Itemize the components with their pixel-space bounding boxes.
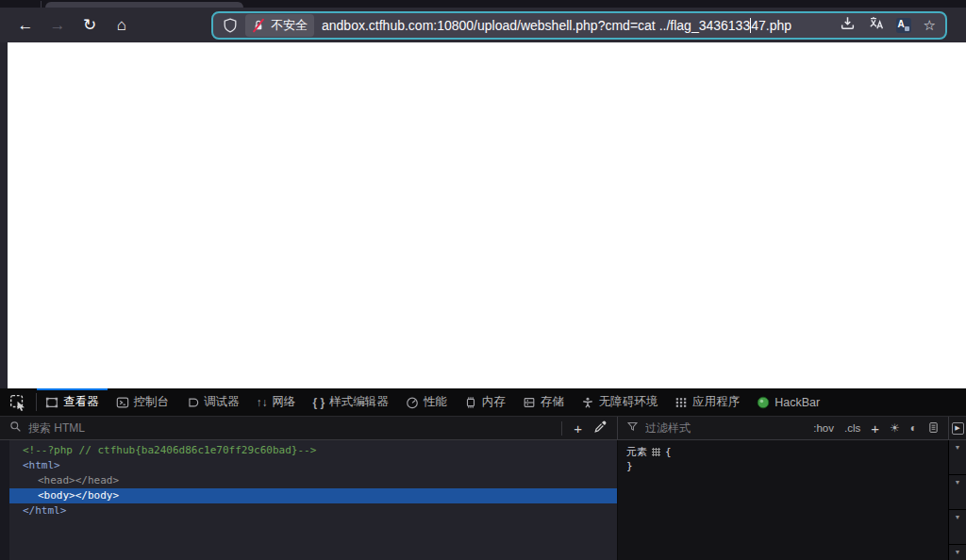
inspector-search-row: + bbox=[0, 417, 618, 439]
browser-window: ← → ↻ ⌂ 不安全 andbox.ctfhub.com:10800/uplo… bbox=[0, 0, 966, 560]
markup-line-selected[interactable]: <body></body> bbox=[9, 488, 617, 503]
devtools-tab-label: 查看器 bbox=[63, 394, 99, 410]
performance-icon bbox=[406, 396, 419, 409]
url-bar[interactable]: 不安全 andbox.ctfhub.com:10800/upload/websh… bbox=[211, 11, 947, 40]
style-editor-icon: { } bbox=[313, 396, 325, 409]
devtools-tab-network[interactable]: ↑↓网络 bbox=[248, 388, 305, 416]
rules-filter-row: :hov .cls + ☀ ◐ bbox=[618, 417, 948, 439]
devtools-tab-hackbar[interactable]: HackBar bbox=[748, 388, 828, 416]
pseudo-class-toggle[interactable]: :hov bbox=[813, 422, 834, 434]
markup-node-text: <!--?php // ctfhub{ba2406d86c1e70ff29c60… bbox=[23, 444, 316, 456]
devtools-tab-debugger[interactable]: 调试器 bbox=[177, 388, 248, 416]
rules-actions: :hov .cls + ☀ ◐ bbox=[813, 421, 940, 436]
print-simulation-icon[interactable] bbox=[927, 421, 940, 436]
network-icon: ↑↓ bbox=[257, 396, 268, 409]
reload-icon: ↻ bbox=[83, 15, 96, 35]
home-button[interactable]: ⌂ bbox=[106, 12, 138, 39]
expand-sidebar-button[interactable]: ▶ bbox=[952, 422, 964, 435]
urlbar-action-icons: A ☆ bbox=[840, 15, 936, 35]
devtools-tab-console[interactable]: 控制台 bbox=[108, 388, 178, 416]
devtools-tab-label: 存储 bbox=[541, 394, 564, 410]
element-picker-button[interactable] bbox=[0, 388, 36, 416]
devtools-body: <!--?php // ctfhub{ba2406d86c1e70ff29c60… bbox=[0, 440, 966, 560]
filter-styles-input[interactable] bbox=[645, 421, 807, 435]
url-input[interactable]: andbox.ctfhub.com:10800/upload/webshell.… bbox=[322, 18, 791, 33]
rule-open-brace: { bbox=[665, 445, 672, 459]
tab-separator bbox=[41, 1, 42, 8]
devtools-tab-label: 无障碍环境 bbox=[599, 394, 658, 410]
devtools-tab-inspector[interactable]: 查看器 bbox=[37, 388, 108, 416]
devtools-tab-label: 内存 bbox=[482, 394, 506, 410]
collapsed-section-toggle[interactable]: ▼ bbox=[949, 475, 966, 510]
devtools-tab-label: 应用程序 bbox=[692, 394, 740, 410]
devtools-tab-label: HackBar bbox=[774, 396, 820, 409]
eyedropper-icon[interactable] bbox=[593, 420, 608, 437]
markup-node-text: <html> bbox=[23, 459, 60, 471]
chevron-down-icon: ▼ bbox=[955, 549, 961, 560]
markup-line[interactable]: </html> bbox=[9, 503, 617, 519]
forward-icon: → bbox=[50, 16, 66, 35]
chevron-down-icon: ▼ bbox=[955, 514, 961, 544]
markup-actions: + bbox=[561, 420, 608, 437]
insecure-lock-icon bbox=[252, 19, 265, 32]
chevron-down-icon: ▼ bbox=[955, 479, 961, 509]
inspector-icon bbox=[45, 396, 58, 409]
tab-strip bbox=[0, 0, 966, 8]
add-rule-button[interactable]: + bbox=[871, 421, 879, 436]
markup-line[interactable]: <html> bbox=[9, 458, 617, 473]
collapsed-section-toggle[interactable]: ▼ bbox=[949, 510, 966, 545]
translate-icon[interactable] bbox=[868, 15, 884, 35]
back-icon: ← bbox=[18, 16, 34, 35]
forward-button[interactable]: → bbox=[42, 12, 74, 39]
markup-view: <!--?php // ctfhub{ba2406d86c1e70ff29c60… bbox=[0, 440, 618, 560]
flash-highlight-icon[interactable] bbox=[652, 448, 660, 456]
devtools-tab-accessibility[interactable]: 无障碍环境 bbox=[573, 388, 667, 416]
devtools-tab-label: 样式编辑器 bbox=[329, 394, 389, 410]
devtools-tab-label: 性能 bbox=[424, 394, 447, 410]
reload-button[interactable]: ↻ bbox=[74, 12, 106, 39]
translate-extension-icon[interactable]: A bbox=[896, 18, 911, 33]
markup-line[interactable]: <!--?php // ctfhub{ba2406d86c1e70ff29c60… bbox=[9, 443, 617, 458]
filter-funnel-icon bbox=[626, 420, 639, 436]
devtools-tab-application[interactable]: 应用程序 bbox=[666, 388, 748, 416]
devtools-tab-storage[interactable]: 存储 bbox=[514, 388, 573, 416]
devtools-tab-memory[interactable]: 内存 bbox=[456, 388, 514, 416]
devtools-tabs: 查看器控制台调试器↑↓网络{ }样式编辑器性能内存存储无障碍环境应用程序Hack… bbox=[37, 388, 828, 416]
save-page-icon[interactable] bbox=[840, 15, 856, 35]
collapsed-sidebar-strip: ▼ ▼ ▼ ▼ bbox=[948, 440, 966, 560]
search-html-input[interactable] bbox=[28, 421, 555, 435]
rule-close-brace: } bbox=[626, 459, 633, 473]
devtools-tab-performance[interactable]: 性能 bbox=[397, 388, 456, 416]
collapsed-section-toggle[interactable]: ▼ bbox=[949, 545, 966, 560]
console-icon bbox=[116, 396, 129, 409]
back-button[interactable]: ← bbox=[9, 12, 42, 39]
element-rule-close: } bbox=[626, 459, 940, 473]
markup-node-text: </html> bbox=[23, 504, 66, 517]
element-selector: 元素 bbox=[626, 445, 647, 459]
shield-icon[interactable] bbox=[223, 18, 238, 33]
devtools-tab-label: 网络 bbox=[273, 394, 296, 410]
page-viewport[interactable] bbox=[0, 42, 966, 388]
hackbar-icon bbox=[757, 396, 770, 409]
markup-line[interactable]: <head></head> bbox=[9, 473, 617, 488]
collapsed-section-toggle[interactable]: ▼ bbox=[949, 440, 966, 475]
create-node-button[interactable]: + bbox=[574, 421, 582, 436]
bookmark-star-icon[interactable]: ☆ bbox=[924, 18, 936, 32]
application-icon bbox=[675, 396, 688, 409]
markup-node-text: <body></body> bbox=[38, 489, 119, 502]
light-scheme-icon[interactable]: ☀ bbox=[890, 421, 900, 435]
dark-scheme-icon[interactable]: ◐ bbox=[910, 421, 917, 435]
navigation-toolbar: ← → ↻ ⌂ 不安全 andbox.ctfhub.com:10800/uplo… bbox=[0, 8, 966, 42]
devtools-tab-style-editor[interactable]: { }样式编辑器 bbox=[305, 388, 397, 416]
class-toggle[interactable]: .cls bbox=[844, 422, 860, 434]
security-chip[interactable]: 不安全 bbox=[245, 14, 314, 37]
security-chip-label: 不安全 bbox=[271, 17, 308, 34]
active-tab-top[interactable] bbox=[45, 2, 243, 8]
accessibility-icon bbox=[581, 396, 594, 409]
url-text-after-caret: 47.php bbox=[751, 18, 791, 33]
chevron-down-icon: ▼ bbox=[955, 444, 961, 474]
url-text-before-caret: andbox.ctfhub.com:10800/upload/webshell.… bbox=[322, 18, 750, 33]
memory-icon bbox=[464, 396, 477, 409]
devtools-panel: 查看器控制台调试器↑↓网络{ }样式编辑器性能内存存储无障碍环境应用程序Hack… bbox=[0, 388, 966, 560]
element-rule-header: 元素 { bbox=[626, 445, 940, 459]
